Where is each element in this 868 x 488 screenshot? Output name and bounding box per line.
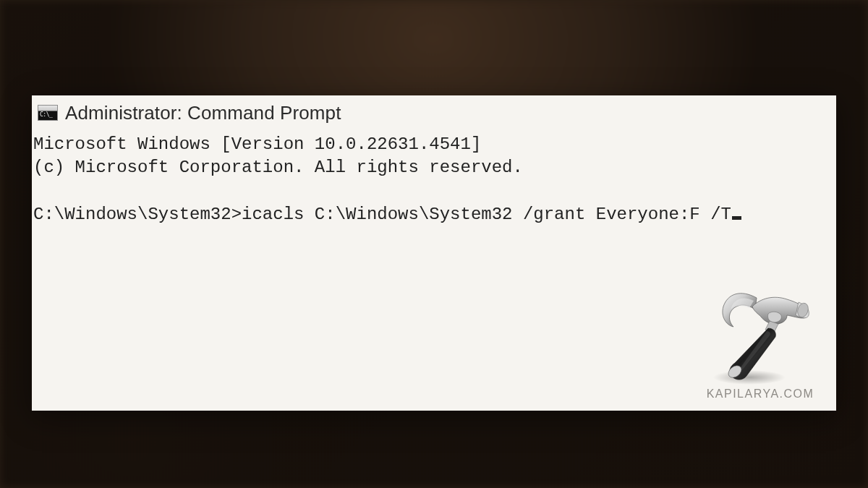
- console-command: icacls C:\Windows\System32 /grant Everyo…: [242, 205, 731, 224]
- console-prompt: C:\Windows\System32>: [33, 205, 242, 224]
- title-bar[interactable]: Administrator: Command Prompt: [32, 95, 836, 130]
- console-output[interactable]: Microsoft Windows [Version 10.0.22631.45…: [32, 130, 836, 227]
- console-version-line: Microsoft Windows [Version 10.0.22631.45…: [33, 134, 481, 154]
- console-copyright-line: (c) Microsoft Corporation. All rights re…: [33, 158, 523, 177]
- cmd-app-icon: [38, 105, 58, 121]
- watermark-text: KAPILARYA.COM: [706, 388, 814, 401]
- text-cursor: [732, 216, 741, 220]
- hammer-icon: [706, 285, 814, 386]
- command-prompt-window: Administrator: Command Prompt Microsoft …: [32, 95, 836, 411]
- watermark: KAPILARYA.COM: [706, 285, 814, 401]
- window-title: Administrator: Command Prompt: [65, 102, 341, 124]
